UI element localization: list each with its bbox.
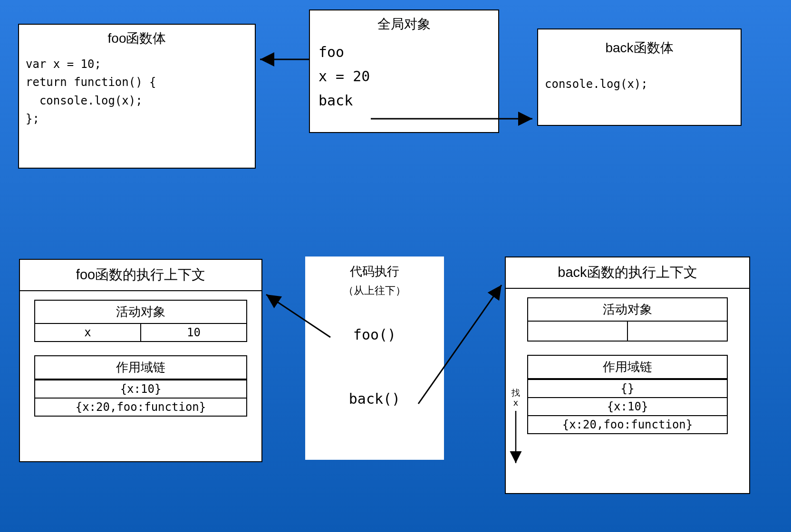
foo-body-code: var x = 10; return function() { console.… bbox=[19, 52, 255, 135]
code-exec-box: 代码执行 （从上往下） foo() back() bbox=[305, 256, 444, 460]
back-ao-section: 活动对象 bbox=[527, 297, 728, 342]
foo-scope-2: {x:20,foo:function} bbox=[35, 398, 246, 416]
back-context-title: back函数的执行上下文 bbox=[506, 257, 749, 289]
find-x-label: 找 x bbox=[509, 389, 523, 408]
back-scope-section: 作用域链 {} {x:10} {x:20,foo:function} bbox=[527, 355, 728, 434]
foo-context-box: foo函数的执行上下文 活动对象 x 10 作用域链 {x:10} {x:20,… bbox=[19, 259, 262, 462]
foo-scope-section: 作用域链 {x:10} {x:20,foo:function} bbox=[34, 355, 247, 417]
back-ao-title: 活动对象 bbox=[528, 298, 727, 322]
back-scope-2: {x:10} bbox=[528, 397, 727, 415]
back-ao-key bbox=[528, 322, 628, 341]
back-scope-1: {} bbox=[528, 379, 727, 397]
global-x-label: x = 20 bbox=[318, 64, 490, 88]
back-body-title: back函数体 bbox=[538, 29, 741, 62]
foo-scope-title: 作用域链 bbox=[35, 356, 246, 380]
foo-body-title: foo函数体 bbox=[19, 25, 255, 52]
back-body-box: back函数体 console.log(x); bbox=[537, 28, 742, 126]
global-object-title: 全局对象 bbox=[310, 10, 498, 38]
global-object-box: 全局对象 foo x = 20 back bbox=[309, 10, 499, 133]
back-scope-title: 作用域链 bbox=[528, 356, 727, 379]
back-scope-3: {x:20,foo:function} bbox=[528, 415, 727, 433]
back-ao-val bbox=[628, 322, 727, 341]
foo-context-title: foo函数的执行上下文 bbox=[20, 260, 261, 291]
code-exec-subtitle: （从上往下） bbox=[305, 284, 444, 298]
code-exec-title: 代码执行 bbox=[305, 256, 444, 285]
foo-ao-title: 活动对象 bbox=[35, 301, 246, 324]
foo-scope-1: {x:10} bbox=[35, 380, 246, 398]
foo-ao-section: 活动对象 x 10 bbox=[34, 300, 247, 342]
global-foo-label: foo bbox=[318, 40, 490, 64]
global-back-label: back bbox=[318, 88, 490, 113]
back-context-box: back函数的执行上下文 活动对象 作用域链 {} {x:10} {x:20,f… bbox=[505, 256, 750, 494]
foo-ao-val: 10 bbox=[141, 324, 246, 341]
code-exec-foo: foo() bbox=[305, 326, 444, 343]
foo-ao-key: x bbox=[35, 324, 141, 341]
code-exec-back: back() bbox=[305, 390, 444, 407]
foo-body-box: foo函数体 var x = 10; return function() { c… bbox=[18, 24, 256, 169]
back-body-code: console.log(x); bbox=[538, 62, 741, 100]
